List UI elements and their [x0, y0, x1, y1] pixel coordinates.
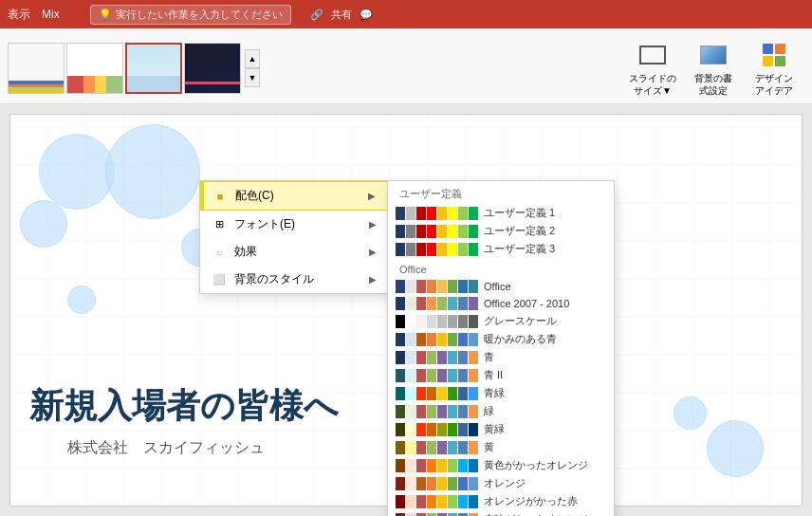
office-color-row[interactable]: オレンジ: [388, 474, 614, 492]
user-color-label: ユーザー定義 3: [484, 242, 555, 256]
theme-down[interactable]: ▼: [245, 68, 260, 87]
water-drop-1: [39, 134, 115, 210]
svg-rect-0: [763, 44, 773, 54]
office-color-row[interactable]: 緑: [388, 402, 614, 420]
office-color-row[interactable]: 暖かみのある青: [388, 330, 614, 348]
main-area: 新規入場者の皆様へ 株式会社 スカイフィッシュ ■ 配色(C) ▶ ⊞ フォント…: [0, 104, 812, 516]
theme-thumb-2[interactable]: [66, 43, 123, 94]
office-color-row[interactable]: オレンジがかった赤: [388, 492, 614, 510]
water-drop-7: [674, 396, 707, 430]
theme-up[interactable]: ▲: [245, 49, 260, 68]
office-color-row[interactable]: 黄: [388, 438, 614, 456]
design-idea-icon: [759, 40, 789, 70]
menu-item-bg-label: 背景のスタイル: [234, 271, 314, 287]
menu-item-color-label: 配色(C): [235, 188, 274, 204]
office-color-label: 黄緑: [484, 422, 505, 436]
user-section-title: ユーザー定義: [388, 181, 614, 204]
share-label[interactable]: 共有: [331, 8, 352, 22]
office-color-rows: OfficeOffice 2007 - 2010グレースケール暖かみのある青青青…: [388, 278, 614, 516]
titlebar: 表示 Mix 💡 実行したい作業を入力してください 🔗 共有 💬: [0, 0, 812, 28]
user-color-row[interactable]: ユーザー定義 1: [388, 204, 614, 222]
context-menu: ■ 配色(C) ▶ ⊞ フォント(E) ▶ ○ 効果 ▶ ⬜ 背景のスタイル ▶: [199, 180, 389, 294]
office-color-label: 青 II: [484, 368, 503, 382]
office-color-row[interactable]: 黄色がかったオレンジ: [388, 456, 614, 474]
menu-view[interactable]: 表示: [8, 7, 30, 23]
theme-thumb-4[interactable]: [184, 43, 241, 94]
color-panel-scroll[interactable]: ユーザー定義 ユーザー定義 1ユーザー定義 2ユーザー定義 3 Office O…: [388, 181, 614, 516]
office-color-row[interactable]: 黄緑: [388, 420, 614, 438]
slide-subtitle: 株式会社 スカイフィッシュ: [67, 438, 265, 458]
water-drop-2: [20, 200, 67, 248]
bg-style-label: 背景の書式設定: [694, 72, 732, 97]
titlebar-right: 🔗 共有 💬: [310, 8, 373, 22]
office-color-row[interactable]: 青 II: [388, 366, 614, 384]
office-color-label: オレンジ: [484, 476, 526, 490]
menu-mix[interactable]: Mix: [42, 8, 60, 21]
office-color-label: 黄色がかったオレンジ: [484, 458, 588, 472]
color-arrow-icon: ▶: [368, 191, 376, 201]
font-arrow-icon: ▶: [369, 219, 377, 230]
ribbon-buttons: スライドのサイズ▼ 背景の書式設定 デザインアイデア: [618, 32, 808, 103]
effect-arrow-icon: ▶: [369, 247, 377, 257]
office-color-label: Office 2007 - 2010: [484, 298, 569, 309]
bg-style-icon: [698, 40, 729, 70]
theme-nav: ▲ ▼: [245, 32, 260, 103]
search-placeholder: 実行したい作業を入力してください: [116, 8, 283, 22]
user-color-row[interactable]: ユーザー定義 3: [388, 240, 614, 258]
menu-item-color[interactable]: ■ 配色(C) ▶: [200, 181, 388, 211]
menu-item-bg-style[interactable]: ⬜ 背景のスタイル ▶: [200, 266, 388, 293]
office-section-title: Office: [388, 258, 614, 278]
slide-size-icon: [637, 40, 668, 70]
office-color-label: 青: [484, 350, 494, 364]
share-icon: 🔗: [310, 9, 323, 21]
office-color-label: グレースケール: [484, 314, 557, 328]
user-color-label: ユーザー定義 1: [484, 206, 555, 220]
theme-thumb-1[interactable]: [8, 43, 65, 94]
design-idea-label: デザインアイデア: [755, 72, 793, 97]
effect-menu-icon: ○: [212, 245, 227, 260]
user-color-row[interactable]: ユーザー定義 2: [388, 222, 614, 240]
user-color-label: ユーザー定義 2: [484, 224, 555, 238]
color-menu-icon: ■: [212, 189, 228, 204]
water-drop-5: [67, 286, 96, 314]
office-color-label: Office: [484, 281, 511, 292]
theme-thumb-3[interactable]: [125, 43, 182, 94]
menu-item-effect[interactable]: ○ 効果 ▶: [200, 238, 388, 266]
bg-menu-icon: ⬜: [212, 272, 227, 287]
slide-title: 新規入場者の皆様へ: [29, 383, 339, 430]
office-color-label: 緑: [484, 404, 494, 418]
lightbulb-icon: 💡: [99, 9, 112, 21]
search-bar[interactable]: 💡 実行したい作業を入力してください: [90, 5, 291, 25]
office-color-row[interactable]: 青: [388, 348, 614, 366]
menu-item-font-label: フォント(E): [234, 216, 295, 232]
office-color-row[interactable]: 青緑: [388, 384, 614, 402]
menu-item-effect-label: 効果: [234, 244, 257, 260]
office-color-label: 黄: [484, 440, 494, 454]
comment-icon[interactable]: 💬: [360, 9, 373, 21]
office-color-label: 赤味がかったオレンジ: [484, 512, 588, 516]
ribbon: ▲ ▼ スライドのサイズ▼ 背景の書式設定: [0, 28, 812, 104]
design-idea-button[interactable]: デザインアイデア: [747, 36, 801, 101]
font-menu-icon: ⊞: [212, 217, 227, 232]
water-drop-6: [707, 420, 764, 477]
bg-style-button[interactable]: 背景の書式設定: [687, 36, 740, 101]
office-color-label: オレンジがかった赤: [484, 494, 578, 508]
titlebar-left: 表示 Mix 💡 実行したい作業を入力してください: [8, 5, 310, 25]
office-color-row[interactable]: Office: [388, 278, 614, 295]
user-color-rows: ユーザー定義 1ユーザー定義 2ユーザー定義 3: [388, 204, 614, 258]
color-panel: ユーザー定義 ユーザー定義 1ユーザー定義 2ユーザー定義 3 Office O…: [387, 180, 615, 516]
office-color-row[interactable]: Office 2007 - 2010: [388, 295, 614, 312]
svg-rect-2: [763, 56, 773, 66]
theme-thumbnails: [4, 32, 245, 103]
office-color-label: 青緑: [484, 386, 505, 400]
slide-size-label: スライドのサイズ▼: [629, 72, 676, 97]
slide-size-button[interactable]: スライドのサイズ▼: [626, 36, 679, 101]
svg-rect-3: [775, 56, 785, 66]
svg-rect-1: [775, 44, 785, 54]
bg-style-arrow-icon: ▶: [369, 274, 377, 285]
menu-item-font[interactable]: ⊞ フォント(E) ▶: [200, 211, 388, 238]
office-color-row[interactable]: 赤味がかったオレンジ: [388, 510, 614, 516]
office-color-row[interactable]: グレースケール: [388, 312, 614, 330]
office-color-label: 暖かみのある青: [484, 332, 557, 346]
water-drop-3: [105, 124, 200, 219]
